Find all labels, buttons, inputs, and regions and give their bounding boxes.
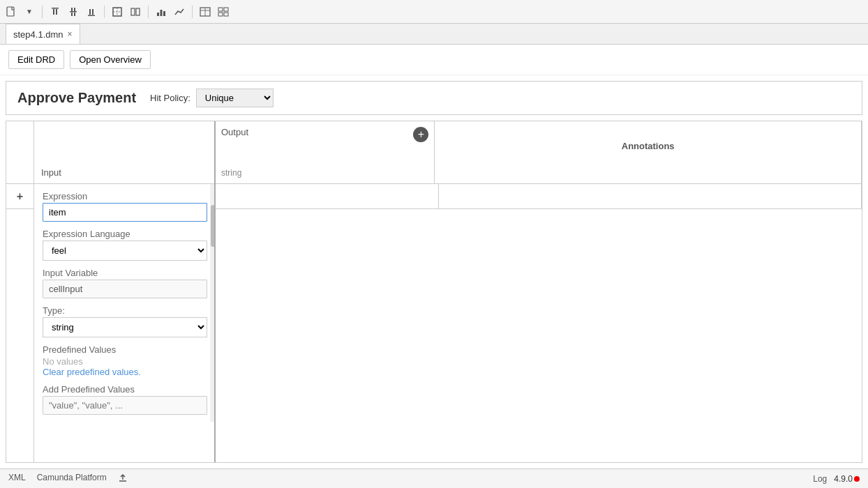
row-controls: + [6,121,34,462]
svg-rect-0 [7,7,14,16]
add-predefined-input[interactable] [43,396,207,415]
type-section: Type: string integer long double boolean… [43,305,207,337]
add-output-button[interactable]: + [413,127,428,142]
align-bottom-icon[interactable] [84,5,98,19]
table-icon[interactable] [198,5,212,19]
upload-icon[interactable] [118,473,128,485]
column-headers: Output + string Annotations [216,121,862,184]
expression-input[interactable] [43,203,207,222]
predefined-values-section: Predefined Values No values Clear predef… [43,344,207,377]
type-label: Type: [43,305,207,316]
annotations-label: Annotations [440,127,855,151]
expression-language-section: Expression Language feel javascript groo… [43,229,207,261]
svg-rect-18 [160,10,163,16]
bar-chart-icon[interactable] [154,5,168,19]
columns-icon[interactable] [128,5,142,19]
row-header-spacer [6,121,33,184]
svg-rect-8 [74,13,75,16]
input-panel: Expression Expression Language feel java… [34,184,216,422]
output-label: Output [221,127,428,137]
separator-4 [192,6,193,18]
svg-rect-15 [131,8,135,15]
add-predefined-label: Add Predefined Values [43,384,207,395]
decision-area: Approve Payment Hit Policy: Unique First… [0,75,868,468]
svg-rect-19 [163,11,165,16]
edit-drd-button[interactable]: Edit DRD [8,50,64,69]
annotations-col-header: Annotations [435,121,862,183]
svg-rect-6 [74,8,75,11]
action-bar: Edit DRD Open Overview [0,45,868,75]
open-overview-button[interactable]: Open Overview [70,50,151,69]
output-type: string [221,168,428,178]
svg-rect-16 [136,8,140,15]
svg-rect-5 [71,8,73,11]
annotations-cell[interactable] [439,184,862,208]
file-dropdown-icon[interactable]: ▼ [22,5,36,19]
tab-step4-1-dmn[interactable]: step4.1.dmn × [6,24,80,44]
input-variable-label: Input Variable [43,268,207,278]
expression-language-select[interactable]: feel javascript groovy python [43,241,207,261]
svg-rect-23 [218,8,223,11]
platform-label: Camunda Platform [37,473,107,485]
line-chart-icon[interactable] [172,5,186,19]
table-row [216,184,862,209]
panel-scrollbar[interactable] [210,184,216,422]
svg-rect-11 [92,9,93,15]
tab-label: step4.1.dmn [13,29,63,40]
tab-bar: step4.1.dmn × [0,24,868,45]
input-header-label: Input [41,167,207,178]
svg-rect-2 [53,9,54,15]
expression-label: Expression [43,191,207,201]
decision-header: Approve Payment Hit Policy: Unique First… [6,81,862,115]
decision-title: Approve Payment [17,90,136,106]
no-values-text: No values [43,356,207,367]
separator-2 [104,6,105,18]
hit-policy-select[interactable]: Unique First Priority Any Collect Rule o… [196,89,274,107]
svg-rect-26 [224,13,228,16]
svg-rect-1 [52,8,59,9]
input-panel-wrapper: Input Expression Expression Language fee… [34,121,216,462]
input-variable-input[interactable] [43,280,207,298]
hit-policy-label: Hit Policy: [150,93,190,103]
svg-rect-10 [89,9,91,15]
expression-language-label: Expression Language [43,229,207,239]
border-icon[interactable] [110,5,124,19]
svg-rect-17 [157,13,159,16]
clear-predefined-link[interactable]: Clear predefined values. [43,367,207,377]
input-variable-section: Input Variable [43,268,207,298]
output-cell[interactable] [216,184,439,208]
file-icon[interactable] [4,5,18,19]
align-top-icon[interactable] [48,5,62,19]
toolbar: ▼ [0,0,868,24]
svg-rect-7 [71,13,73,16]
align-middle-icon[interactable] [66,5,80,19]
type-select[interactable]: string integer long double boolean date [43,317,207,337]
svg-rect-4 [70,11,77,13]
status-bar: XML Camunda Platform Log 4.9.0 [0,468,868,488]
input-header: Input [34,121,214,184]
version-badge: 4.9.0 [834,474,860,484]
panel-scrollbar-thumb [211,205,215,247]
svg-rect-24 [224,8,228,11]
svg-rect-25 [218,13,223,16]
add-row-button[interactable]: + [6,184,33,209]
add-predefined-section: Add Predefined Values [43,384,207,415]
table-with-panel: Input Expression Expression Language fee… [34,121,862,462]
right-columns: Output + string Annotations [216,121,862,462]
grid-icon[interactable] [216,5,230,19]
expression-section: Expression [43,191,207,222]
separator-1 [42,6,43,18]
xml-link[interactable]: XML [8,473,26,485]
output-col-header: Output + string [216,121,435,183]
version-dot [854,476,860,482]
tab-close-btn[interactable]: × [68,29,73,39]
svg-rect-3 [56,9,57,15]
status-left: XML Camunda Platform [8,473,128,485]
predefined-values-label: Predefined Values [43,344,207,355]
table-container: + Input Expression [6,121,862,463]
status-right: Log 4.9.0 [813,474,860,484]
svg-rect-9 [88,15,95,16]
separator-3 [148,6,149,18]
log-label[interactable]: Log [813,474,827,484]
